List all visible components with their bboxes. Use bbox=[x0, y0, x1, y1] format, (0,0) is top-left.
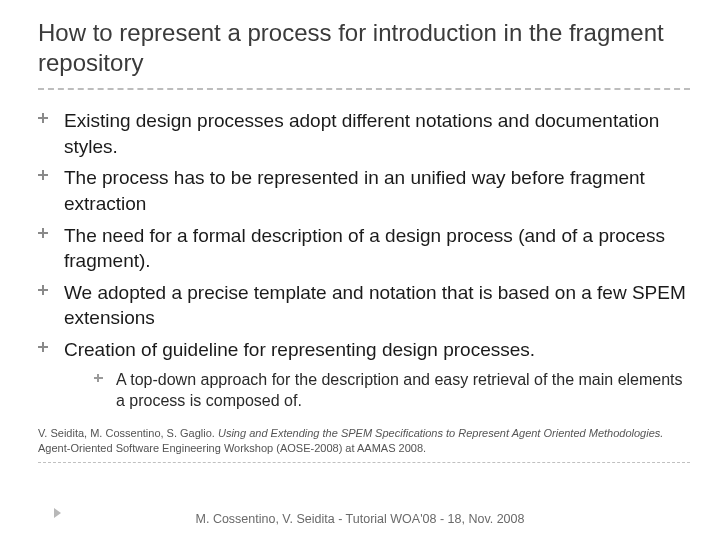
bullet-text: Existing design processes adopt differen… bbox=[64, 110, 659, 157]
bullet-text: Creation of guideline for representing d… bbox=[64, 339, 535, 360]
list-item: The need for a formal description of a d… bbox=[38, 223, 690, 274]
list-item: The process has to be represented in an … bbox=[38, 165, 690, 216]
bullet-text: The process has to be represented in an … bbox=[64, 167, 645, 214]
list-item: We adopted a precise template and notati… bbox=[38, 280, 690, 331]
sub-bullet-list: A top-down approach for the description … bbox=[64, 369, 690, 412]
slide-title: How to represent a process for introduct… bbox=[38, 18, 690, 90]
bullet-list: Existing design processes adopt differen… bbox=[38, 108, 690, 412]
sub-list-item: A top-down approach for the description … bbox=[94, 369, 690, 412]
list-item: Creation of guideline for representing d… bbox=[38, 337, 690, 412]
slide-footer: M. Cossentino, V. Seidita - Tutorial WOA… bbox=[0, 512, 720, 526]
citation-block: V. Seidita, M. Cossentino, S. Gaglio. Us… bbox=[38, 426, 690, 463]
citation-title: Using and Extending the SPEM Specificati… bbox=[218, 427, 663, 439]
citation-authors: V. Seidita, M. Cossentino, S. Gaglio. bbox=[38, 427, 218, 439]
bullet-text: We adopted a precise template and notati… bbox=[64, 282, 686, 329]
bullet-text: The need for a formal description of a d… bbox=[64, 225, 665, 272]
sub-bullet-text: A top-down approach for the description … bbox=[116, 371, 683, 410]
list-item: Existing design processes adopt differen… bbox=[38, 108, 690, 159]
citation-venue: Agent-Oriented Software Engineering Work… bbox=[38, 442, 426, 454]
